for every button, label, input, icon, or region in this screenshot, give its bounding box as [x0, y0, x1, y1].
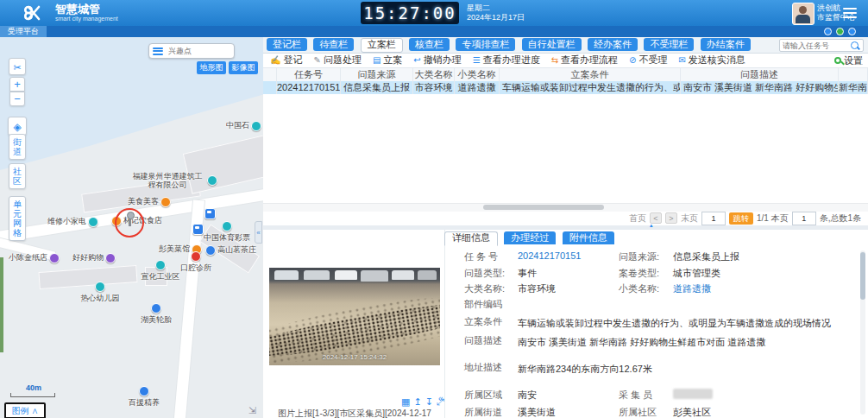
map-search-input[interactable] [167, 46, 232, 56]
zoom-out-button[interactable]: − [9, 92, 25, 106]
tab-detail-info[interactable]: 详细信息 [444, 231, 498, 246]
tab-my-cases[interactable]: 经办案件 [588, 38, 638, 51]
file-case-button[interactable]: ▤立案 [373, 54, 402, 66]
poi-icon [88, 217, 98, 227]
status-icon-3[interactable] [848, 28, 856, 35]
zoom-in-button[interactable]: + [9, 77, 25, 92]
search-icon[interactable] [851, 41, 859, 49]
map-collapse-handle[interactable]: « [255, 221, 262, 244]
tab-process-history[interactable]: 办理经过 [504, 231, 556, 244]
cell-description: 南安市 溪美街道 新华南路 好好购物生鲜超市对面 道... [681, 81, 839, 94]
imagery-map-button[interactable]: 影像图 [229, 61, 258, 74]
menu-icon[interactable] [843, 8, 857, 18]
tab-case-filing[interactable]: 立案栏 [361, 38, 403, 53]
page-number-input[interactable] [701, 212, 726, 225]
legend-button[interactable]: 图例 ∧ [4, 402, 46, 418]
field-label: 大类名称: [464, 282, 505, 295]
page-size-input[interactable] [792, 212, 816, 225]
vertical-scrollbar[interactable] [860, 250, 865, 415]
platform-bar: 受理平台 [0, 26, 868, 37]
photo-collapse-handle[interactable]: « [438, 394, 443, 403]
field-label: 所属街道 [464, 406, 502, 418]
report-photo[interactable]: 2024-12-17 15:24:32 [269, 268, 440, 365]
tab-register[interactable]: 登记栏 [267, 38, 307, 51]
revoke-button[interactable]: ↩撤销办理 [413, 54, 461, 66]
status-column-header [263, 68, 277, 81]
table-row[interactable]: 202412170151 信息采集员上报 市容环境 道路遗撒 车辆运输或装卸过程… [263, 81, 868, 94]
download-icon[interactable]: ↧ [425, 396, 433, 408]
poi-icon [160, 197, 171, 207]
tab-rejected[interactable]: 不受理栏 [644, 38, 694, 51]
table-header: 任务号 问题来源 大类名称 小类名称 立案条件 问题描述 [263, 68, 868, 82]
subcategory-link[interactable]: 道路遗撒 [673, 282, 711, 295]
map-search-box[interactable] [148, 43, 235, 59]
layer-grid-button[interactable]: 单元网格 [9, 196, 26, 241]
tab-pending-check[interactable]: 待查栏 [313, 38, 354, 51]
jump-button[interactable]: 跳转 [729, 212, 753, 225]
tab-verify[interactable]: 核查栏 [409, 38, 450, 51]
layer-community-button[interactable]: 社区 [9, 163, 26, 189]
task-search-box[interactable] [779, 39, 864, 52]
layer-street-button[interactable]: 街道 [9, 134, 26, 160]
gallery-icon[interactable]: ▦ [401, 396, 410, 408]
scrollbar-thumb[interactable] [483, 205, 604, 210]
send-verify-message-button[interactable]: ✉发送核实消息 [678, 54, 745, 66]
cell-task-no: 202412170151 [277, 81, 341, 94]
field-value: 事件 [518, 267, 537, 280]
view-progress-button[interactable]: ☰查看办理进度 [473, 54, 540, 66]
tab-attachments[interactable]: 附件信息 [563, 231, 614, 244]
digital-clock: 15:27:00 [361, 2, 459, 24]
field-value: 城市管理类 [673, 267, 720, 280]
first-page-button[interactable]: 首页 [629, 212, 646, 225]
tab-special-check[interactable]: 专项排查栏 [456, 38, 515, 51]
map-measure-tool[interactable]: ✂ [9, 58, 26, 75]
status-icon-2[interactable] [836, 28, 844, 35]
map-scale-label: 40m [26, 383, 41, 392]
layers-button[interactable]: ◈ [8, 117, 27, 136]
poi-icon [155, 260, 166, 270]
queue-tabbar: 登记栏 待查栏 立案栏 核查栏 专项排查栏 自行处置栏 经办案件 不受理栏 办结… [263, 37, 868, 54]
pencil-icon: ✎ [313, 55, 320, 65]
last-page-button[interactable]: 末页 [681, 212, 698, 225]
weekday: 星期二 [467, 3, 525, 13]
minus-icon: − [14, 92, 21, 105]
scrollbar-thumb[interactable] [860, 252, 865, 300]
poi-list-icon[interactable] [153, 48, 163, 55]
task-no-link[interactable]: 202412170151 [518, 250, 581, 261]
field-value: 彭美社区 [673, 406, 711, 418]
tab-closed[interactable]: 办结案件 [701, 38, 751, 51]
status-icon-1[interactable] [824, 28, 832, 35]
map-poi: 中国体育彩票 [202, 221, 252, 244]
field-label: 问题描述 [464, 334, 502, 347]
action-toolbar: ✍登记 ✎问题处理 ▤立案 ↩撤销办理 ☰查看办理进度 ⇆查看办理流程 ⊘不受理… [263, 53, 868, 68]
tab-platform[interactable]: 受理平台 [0, 26, 47, 37]
task-search-input[interactable] [780, 41, 851, 50]
detail-tabbar: 详细信息 办理经过 附件信息 [441, 231, 614, 246]
map-poi: 维修小家电 [47, 216, 98, 227]
poi-icon [49, 253, 60, 263]
map-panel[interactable]: 中国石 福建泉州华通建筑工程有限公司 美食美客 维修小家电 林记饮食店 中国体育… [0, 37, 264, 418]
map-scale-bar [10, 393, 55, 397]
next-page-button[interactable]: > [665, 212, 677, 224]
tab-self-handle[interactable]: 自行处置栏 [522, 38, 582, 51]
field-value: 信息采集员上报 [673, 250, 739, 263]
plus-icon: + [14, 78, 21, 91]
settings-button[interactable]: 设置 [834, 53, 863, 68]
reject-button[interactable]: ⊘不受理 [629, 54, 667, 66]
poi-icon [191, 251, 201, 262]
map-corner-icon[interactable]: ⇲ [248, 405, 256, 416]
problem-handle-button[interactable]: ✎问题处理 [313, 54, 361, 66]
photo-caption: 图片上报[1-3/3][市区采集员][2024-12-17 15:26:50] [263, 408, 446, 418]
terrain-map-button[interactable]: 地形图 [197, 61, 226, 74]
avatar[interactable] [792, 3, 815, 25]
progress-icon: ☰ [473, 55, 481, 65]
poi-icon [251, 121, 261, 131]
register-button[interactable]: ✍登记 [270, 54, 302, 66]
total-count: 条,总数1条 [820, 212, 861, 225]
map-poi: 好好购物 [72, 252, 116, 263]
upload-icon[interactable]: ↥ [413, 396, 421, 408]
map-poi: 小陈金纸店 [9, 252, 60, 263]
view-flow-button[interactable]: ⇆查看办理流程 [551, 54, 618, 66]
scissors-icon: ✂ [13, 62, 21, 73]
poi-icon [105, 253, 116, 263]
